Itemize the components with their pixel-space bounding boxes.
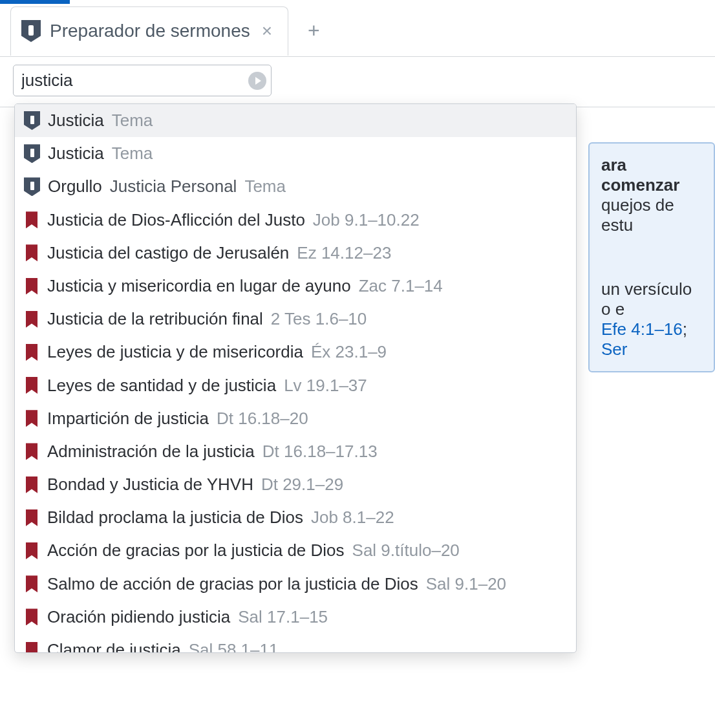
result-title: Salmo de acción de gracias por la justic… <box>47 574 418 594</box>
result-subtitle: Lv 19.1–37 <box>284 376 367 396</box>
bookmark-icon <box>26 410 37 427</box>
shield-icon <box>21 20 41 42</box>
hint-link-2[interactable]: Ser <box>601 339 627 359</box>
shield-icon <box>24 111 40 130</box>
result-subtitle: 2 Tes 1.6–10 <box>271 309 367 329</box>
result-title: Administración de la justicia <box>47 442 255 462</box>
result-extra: Justicia Personal <box>110 177 237 197</box>
shield-icon <box>24 177 40 196</box>
close-icon[interactable]: × <box>259 21 275 41</box>
bookmark-icon <box>26 278 37 295</box>
result-subtitle: Tema <box>244 177 286 197</box>
result-row[interactable]: Justicia de la retribución final2 Tes 1.… <box>15 303 576 336</box>
active-indicator <box>0 0 70 4</box>
result-subtitle: Dt 16.18–20 <box>217 409 308 429</box>
bookmark-icon <box>26 575 37 592</box>
result-row[interactable]: Acción de gracias por la justicia de Dio… <box>15 534 576 567</box>
add-tab-button[interactable]: + <box>308 19 320 43</box>
result-row[interactable]: OrgulloJusticia PersonalTema <box>15 170 576 203</box>
tab-sermon-preparer[interactable]: Preparador de sermones × <box>10 6 288 56</box>
result-row[interactable]: Clamor de justiciaSal 58.1–11 <box>15 634 576 652</box>
result-title: Leyes de justicia y de misericordia <box>47 342 303 362</box>
result-row[interactable]: Salmo de acción de gracias por la justic… <box>15 568 576 601</box>
result-title: Clamor de justicia <box>47 640 181 652</box>
go-arrow-icon[interactable] <box>248 72 266 90</box>
result-row[interactable]: Leyes de justicia y de misericordiaÉx 23… <box>15 336 576 369</box>
result-row[interactable]: Leyes de santidad y de justiciaLv 19.1–3… <box>15 369 576 402</box>
hint-link-1[interactable]: Efe 4:1–16 <box>601 319 683 339</box>
tab-title: Preparador de sermones <box>50 21 250 41</box>
bookmark-icon <box>26 509 37 526</box>
dropdown-scroll[interactable]: JusticiaTemaJusticiaTemaOrgulloJusticia … <box>15 104 576 652</box>
bookmark-icon <box>26 211 37 228</box>
result-title: Justicia de la retribución final <box>47 309 263 329</box>
result-title: Bildad proclama la justicia de Dios <box>47 508 303 528</box>
result-subtitle: Job 8.1–22 <box>311 508 394 528</box>
result-row[interactable]: Bildad proclama la justicia de DiosJob 8… <box>15 501 576 534</box>
bookmark-icon <box>26 476 37 493</box>
hint-links: Efe 4:1–16; Ser <box>601 319 702 359</box>
bookmark-icon <box>26 443 37 460</box>
result-row[interactable]: Justicia de Dios-Aflicción del JustoJob … <box>15 204 576 237</box>
result-row[interactable]: Justicia y misericordia en lugar de ayun… <box>15 270 576 303</box>
result-subtitle: Job 9.1–10.22 <box>313 210 420 230</box>
result-subtitle: Dt 29.1–29 <box>261 475 343 495</box>
result-title: Justicia de Dios-Aflicción del Justo <box>47 210 305 230</box>
bookmark-icon <box>26 311 37 328</box>
result-title: Justicia <box>48 111 104 131</box>
hint-panel: ara comenzar quejos de estu un versículo… <box>588 142 715 372</box>
result-subtitle: Éx 23.1–9 <box>311 342 387 362</box>
result-subtitle: Sal 58.1–11 <box>189 640 279 652</box>
result-title: Acción de gracias por la justicia de Dio… <box>47 541 345 561</box>
bookmark-icon <box>26 344 37 361</box>
result-row[interactable]: JusticiaTema <box>15 104 576 137</box>
result-row[interactable]: Bondad y Justicia de YHVHDt 29.1–29 <box>15 468 576 501</box>
result-subtitle: Ez 14.12–23 <box>297 243 391 263</box>
result-row[interactable]: Administración de la justiciaDt 16.18–17… <box>15 435 576 468</box>
search-dropdown: JusticiaTemaJusticiaTemaOrgulloJusticia … <box>14 103 577 653</box>
result-row[interactable]: Oración pidiendo justiciaSal 17.1–15 <box>15 601 576 634</box>
search-input[interactable] <box>13 65 272 96</box>
bookmark-icon <box>26 377 37 394</box>
bookmark-icon <box>26 244 37 261</box>
bookmark-icon <box>26 608 37 625</box>
result-row[interactable]: Impartición de justiciaDt 16.18–20 <box>15 402 576 435</box>
hint-heading: ara comenzar <box>601 155 702 195</box>
tab-bar: Preparador de sermones × + <box>0 0 715 57</box>
result-title: Oración pidiendo justicia <box>47 607 230 627</box>
result-title: Justicia del castigo de Jerusalén <box>47 243 289 263</box>
result-row[interactable]: Justicia del castigo de JerusalénEz 14.1… <box>15 237 576 270</box>
result-subtitle: Sal 17.1–15 <box>238 607 328 627</box>
shield-icon <box>24 144 40 163</box>
bookmark-icon <box>26 642 37 652</box>
search-wrap <box>13 65 272 96</box>
result-title: Impartición de justicia <box>47 409 209 429</box>
result-subtitle: Dt 16.18–17.13 <box>262 442 378 462</box>
result-title: Leyes de santidad y de justicia <box>47 376 276 396</box>
toolbar <box>0 57 715 107</box>
result-title: Justicia y misericordia en lugar de ayun… <box>47 276 351 296</box>
result-subtitle: Sal 9.título–20 <box>352 541 460 561</box>
hint-text-2: un versículo o e <box>601 279 702 319</box>
hint-text-1: quejos de estu <box>601 195 702 235</box>
result-subtitle: Tema <box>112 111 153 131</box>
result-title: Bondad y Justicia de YHVH <box>47 475 253 495</box>
result-subtitle: Sal 9.1–20 <box>426 574 506 594</box>
result-title: Orgullo <box>48 177 102 197</box>
bookmark-icon <box>26 542 37 559</box>
result-row[interactable]: JusticiaTema <box>15 137 576 170</box>
result-subtitle: Zac 7.1–14 <box>359 276 443 296</box>
result-subtitle: Tema <box>112 144 153 164</box>
result-title: Justicia <box>48 144 104 164</box>
